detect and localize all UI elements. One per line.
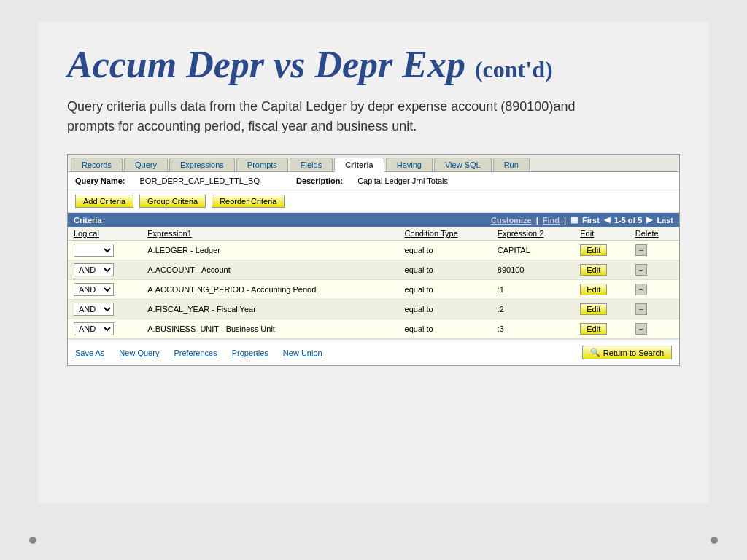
- description-label: Description:: [296, 176, 343, 185]
- cell-logical: AND: [68, 260, 142, 280]
- description-value: Capital Ledger Jrnl Totals: [357, 176, 448, 185]
- col-edit: Edit: [574, 227, 630, 241]
- cell-edit: Edit: [574, 260, 630, 280]
- preferences-link[interactable]: Preferences: [174, 349, 217, 357]
- cell-logical: AND: [68, 319, 142, 339]
- tab-fields[interactable]: Fields: [290, 158, 333, 171]
- tab-prompts[interactable]: Prompts: [236, 158, 288, 171]
- pagination-last[interactable]: Last: [657, 216, 673, 225]
- pagination-range: 1-5 of 5: [614, 216, 643, 225]
- criteria-label: Criteria: [74, 216, 102, 225]
- delete-button[interactable]: −: [635, 323, 647, 335]
- return-to-search-button[interactable]: Return to Search: [582, 346, 672, 359]
- ps-query-ui: Records Query Expressions Prompts Fields…: [67, 154, 680, 366]
- cell-expression1: A.BUSINESS_UNIT - Business Unit: [142, 319, 398, 339]
- slide-title: Accum Depr vs Depr Exp (cont'd): [67, 44, 680, 85]
- cell-delete: −: [630, 300, 679, 319]
- tab-run[interactable]: Run: [493, 158, 530, 171]
- edit-button[interactable]: Edit: [580, 323, 607, 335]
- cell-edit: Edit: [574, 241, 630, 260]
- add-criteria-button[interactable]: Add Criteria: [75, 195, 133, 208]
- logical-select[interactable]: AND: [74, 322, 114, 335]
- new-query-link[interactable]: New Query: [119, 349, 159, 357]
- cell-expression2: :3: [492, 319, 575, 339]
- pagination-first[interactable]: First: [582, 216, 600, 225]
- bullet-left: [29, 537, 36, 544]
- cell-condition-type: equal to: [399, 280, 492, 300]
- delete-button[interactable]: −: [635, 264, 647, 276]
- col-expression1: Expression1: [142, 227, 398, 241]
- table-row: ANDA.ACCOUNTING_PERIOD - Accounting Peri…: [68, 280, 679, 300]
- criteria-table: Logical Expression1 Condition Type Expre…: [68, 227, 679, 339]
- group-criteria-button[interactable]: Group Criteria: [139, 195, 206, 208]
- col-delete: Delete: [630, 227, 679, 241]
- delete-button[interactable]: −: [635, 303, 647, 315]
- tab-criteria[interactable]: Criteria: [334, 158, 384, 172]
- cell-logical: AND: [68, 300, 142, 319]
- logical-select[interactable]: AND: [74, 283, 114, 296]
- logical-select[interactable]: [74, 244, 114, 257]
- ps-header: Query Name: BOR_DEPR_CAP_LED_TTL_BQ Desc…: [68, 172, 679, 190]
- tab-expressions[interactable]: Expressions: [169, 158, 235, 171]
- magnify-icon: [590, 348, 600, 357]
- cell-expression2: 890100: [492, 260, 575, 280]
- query-name-value: BOR_DEPR_CAP_LED_TTL_BQ: [139, 176, 259, 185]
- ps-tab-bar: Records Query Expressions Prompts Fields…: [68, 155, 679, 172]
- bullet-right: [711, 537, 718, 544]
- new-union-link[interactable]: New Union: [283, 349, 322, 357]
- properties-link[interactable]: Properties: [232, 349, 268, 357]
- cell-edit: Edit: [574, 280, 630, 300]
- edit-button[interactable]: Edit: [580, 244, 607, 256]
- col-logical: Logical: [68, 227, 142, 241]
- cell-delete: −: [630, 319, 679, 339]
- col-condition-type: Condition Type: [399, 227, 492, 241]
- cell-delete: −: [630, 260, 679, 280]
- cell-delete: −: [630, 241, 679, 260]
- edit-button[interactable]: Edit: [580, 264, 607, 276]
- tab-query[interactable]: Query: [124, 158, 168, 171]
- criteria-controls: Customize | Find | ▦ First ◀ 1-5 of 5 ▶ …: [491, 215, 673, 225]
- cell-expression1: A.FISCAL_YEAR - Fiscal Year: [142, 300, 398, 319]
- tab-view-sql[interactable]: View SQL: [434, 158, 492, 171]
- logical-select[interactable]: AND: [74, 263, 114, 276]
- cell-condition-type: equal to: [399, 300, 492, 319]
- cell-edit: Edit: [574, 319, 630, 339]
- table-row: ANDA.ACCOUNT - Accountequal to890100Edit…: [68, 260, 679, 280]
- table-row: ANDA.FISCAL_YEAR - Fiscal Yearequal to:2…: [68, 300, 679, 319]
- cell-expression1: A.LEDGER - Ledger: [142, 241, 398, 260]
- cell-condition-type: equal to: [399, 241, 492, 260]
- cell-condition-type: equal to: [399, 319, 492, 339]
- cell-edit: Edit: [574, 300, 630, 319]
- slide-subtitle: Query criteria pulls data from the Capit…: [67, 97, 622, 136]
- cell-expression2: :2: [492, 300, 575, 319]
- reorder-criteria-button[interactable]: Reorder Criteria: [212, 195, 285, 208]
- cell-logical: AND: [68, 280, 142, 300]
- cell-condition-type: equal to: [399, 260, 492, 280]
- table-header-row: Logical Expression1 Condition Type Expre…: [68, 227, 679, 241]
- edit-button[interactable]: Edit: [580, 303, 607, 315]
- slide-container: Accum Depr vs Depr Exp (cont'd) Query cr…: [38, 22, 709, 503]
- save-as-link[interactable]: Save As: [75, 349, 104, 357]
- delete-button[interactable]: −: [635, 284, 647, 295]
- return-btn-label: Return to Search: [603, 349, 664, 357]
- cell-expression2: CAPITAL: [492, 241, 575, 260]
- cell-expression1: A.ACCOUNT - Account: [142, 260, 398, 280]
- title-contd: (cont'd): [475, 56, 553, 82]
- title-main: Accum Depr vs Depr Exp: [67, 44, 465, 85]
- col-expression2: Expression 2: [492, 227, 575, 241]
- delete-button[interactable]: −: [635, 244, 647, 256]
- footer-links: Save As New Query Preferences Properties…: [75, 349, 322, 357]
- edit-button[interactable]: Edit: [580, 284, 607, 295]
- query-name-label: Query Name:: [75, 176, 125, 185]
- find-link[interactable]: Find: [543, 216, 560, 225]
- cell-expression1: A.ACCOUNTING_PERIOD - Accounting Period: [142, 280, 398, 300]
- table-row: ANDA.BUSINESS_UNIT - Business Unitequal …: [68, 319, 679, 339]
- grid-icon: ▦: [570, 215, 578, 225]
- ps-buttons-row: Add Criteria Group Criteria Reorder Crit…: [68, 190, 679, 213]
- tab-having[interactable]: Having: [386, 158, 433, 171]
- cell-expression2: :1: [492, 280, 575, 300]
- logical-select[interactable]: AND: [74, 303, 114, 316]
- ps-footer: Save As New Query Preferences Properties…: [68, 339, 679, 365]
- customize-link[interactable]: Customize: [491, 216, 532, 225]
- tab-records[interactable]: Records: [71, 158, 123, 171]
